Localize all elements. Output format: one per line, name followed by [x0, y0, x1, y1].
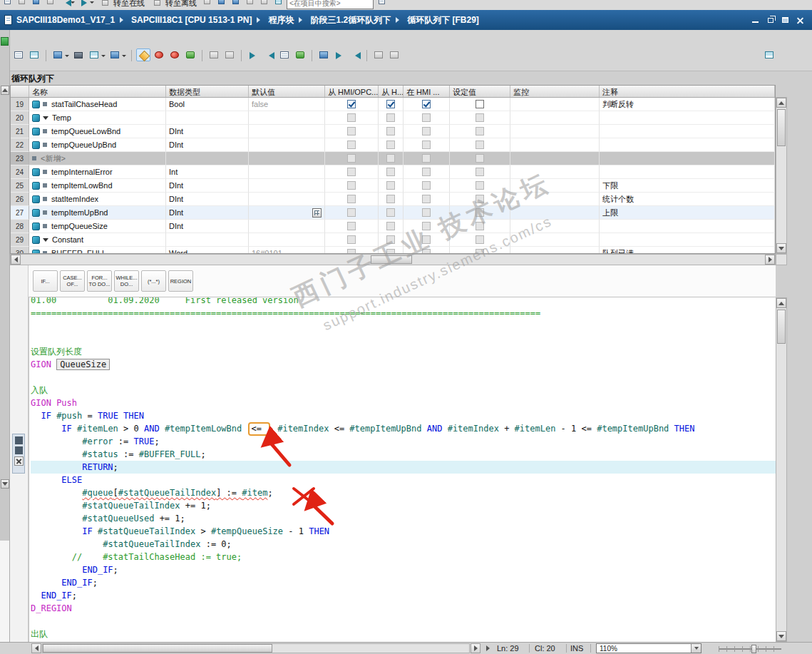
- maximize-button[interactable]: [779, 15, 791, 26]
- checkbox-cell[interactable]: [450, 165, 510, 179]
- table-row[interactable]: 30BUFFER_FULLWord16#0101队列已满: [11, 247, 775, 254]
- comment-cell[interactable]: [600, 138, 775, 152]
- default-value-cell[interactable]: 16#0101: [249, 247, 325, 254]
- scroll-down-button[interactable]: [776, 243, 786, 253]
- cross-references-icon[interactable]: [272, 0, 284, 7]
- copy-snapshot-icon[interactable]: [87, 48, 101, 61]
- new-project-icon[interactable]: [1, 0, 14, 7]
- default-value-cell[interactable]: [249, 111, 325, 125]
- checkbox-cell[interactable]: [379, 247, 404, 254]
- code-line[interactable]: #statQueueTailIndex += 1;: [31, 499, 776, 512]
- checkbox-cell[interactable]: [450, 152, 510, 165]
- checkbox-cell[interactable]: [325, 206, 379, 220]
- scroll-thumb[interactable]: [371, 255, 412, 264]
- restore-button[interactable]: [764, 15, 776, 26]
- name-cell[interactable]: tempItemUpBnd: [29, 206, 166, 220]
- comment-cell[interactable]: 判断反转: [600, 98, 775, 111]
- default-value-cell[interactable]: false: [249, 98, 325, 111]
- code-line[interactable]: IF #itemLen > 0 AND #tempItemLowBnd <= #…: [31, 422, 776, 435]
- checkbox-cell[interactable]: [450, 193, 510, 206]
- table-row[interactable]: 29Constant: [11, 233, 775, 247]
- table-row[interactable]: 23<新增>: [11, 152, 775, 165]
- checkbox-cell[interactable]: [450, 138, 510, 152]
- comment-cell[interactable]: [600, 165, 775, 179]
- monitor-all-icon[interactable]: [371, 48, 386, 61]
- checkbox[interactable]: [422, 100, 431, 108]
- data-type-cell[interactable]: DInt: [166, 138, 249, 152]
- checkbox-cell[interactable]: [450, 220, 510, 233]
- data-type-cell[interactable]: [166, 111, 249, 125]
- data-type-cell[interactable]: Int: [166, 165, 249, 179]
- table-vertical-scrollbar[interactable]: [776, 97, 787, 254]
- checkbox-cell[interactable]: [325, 138, 379, 152]
- checkbox-cell[interactable]: [404, 152, 450, 165]
- table-row[interactable]: 24tempInternalErrorInt: [11, 165, 775, 179]
- checkbox-cell[interactable]: [450, 206, 510, 220]
- collapsed-panel-tab[interactable]: [12, 434, 25, 474]
- checkbox-cell[interactable]: [450, 98, 510, 111]
- breadcrumb-item[interactable]: 阶段三1.2循环队列下: [310, 14, 391, 26]
- code-editor[interactable]: 01.00 01.09.2020 First released version=…: [29, 297, 776, 642]
- checkbox-cell[interactable]: [404, 220, 450, 233]
- dropdown-caret-icon[interactable]: [101, 55, 106, 59]
- default-value-cell[interactable]: [249, 179, 325, 193]
- name-cell[interactable]: <新增>: [29, 152, 166, 165]
- code-scroll-right-button[interactable]: [471, 643, 480, 653]
- default-value-cell[interactable]: [249, 233, 325, 247]
- snippet-tab[interactable]: IF...: [33, 270, 58, 292]
- reset-start-values-icon[interactable]: [51, 48, 65, 61]
- snippet-tab[interactable]: WHILE...DO...: [114, 270, 139, 292]
- data-type-cell[interactable]: DInt: [166, 220, 249, 233]
- checkbox[interactable]: [347, 100, 356, 108]
- project-search-input[interactable]: [287, 0, 374, 9]
- comment-cell[interactable]: 上限: [600, 206, 775, 220]
- rail-scroll-up-button[interactable]: [1, 86, 9, 95]
- checkbox-cell[interactable]: [379, 138, 404, 152]
- checkbox-cell[interactable]: [404, 179, 450, 193]
- open-multivalue-button[interactable]: [312, 208, 322, 218]
- settings-icon[interactable]: [387, 48, 401, 61]
- column-header[interactable]: 默认值: [249, 86, 325, 97]
- name-cell[interactable]: tempInternalError: [29, 165, 166, 179]
- previous-bookmark-icon[interactable]: [348, 48, 362, 61]
- code-line[interactable]: ELSE: [31, 474, 776, 486]
- column-header[interactable]: 在 HMI ...: [404, 86, 450, 97]
- code-line[interactable]: [31, 332, 776, 345]
- code-line[interactable]: #error := TRUE;: [31, 435, 776, 448]
- code-line[interactable]: #statQueueUsed += 1;: [31, 512, 776, 525]
- redo-icon[interactable]: [78, 0, 90, 7]
- default-value-cell[interactable]: [249, 193, 325, 206]
- checkbox-cell[interactable]: [379, 233, 404, 247]
- column-header[interactable]: 设定值: [450, 86, 510, 97]
- checkbox-cell[interactable]: [379, 206, 404, 220]
- name-cell[interactable]: tempQueueLowBnd: [29, 125, 166, 138]
- dropdown-caret-icon[interactable]: [65, 55, 69, 59]
- zoom-slider-thumb[interactable]: [751, 645, 756, 653]
- code-line[interactable]: D_REGION: [31, 602, 776, 615]
- window-layout-icon[interactable]: [762, 48, 776, 61]
- column-header[interactable]: 注释: [600, 86, 775, 97]
- code-line[interactable]: #queue[#statQueueTailIndex] := #item;: [31, 486, 776, 499]
- next-bookmark-icon[interactable]: [332, 48, 346, 61]
- code-line[interactable]: END_IF;: [31, 589, 776, 602]
- data-type-cell[interactable]: DInt: [166, 125, 249, 138]
- comment-cell[interactable]: [600, 233, 775, 247]
- close-icon[interactable]: [14, 456, 24, 466]
- data-type-cell[interactable]: DInt: [166, 206, 249, 220]
- compile-icon[interactable]: [201, 0, 213, 7]
- table-row[interactable]: 28tempQueueSizeDInt: [11, 220, 775, 233]
- checkbox-cell[interactable]: [379, 220, 404, 233]
- default-value-cell[interactable]: [249, 152, 325, 165]
- upload-from-device-icon[interactable]: [230, 0, 242, 7]
- insert-region-icon[interactable]: [183, 48, 197, 61]
- table-row[interactable]: 25tempItemLowBndDInt下限: [11, 179, 775, 193]
- breadcrumb-item[interactable]: SAPCIII18Demo1_V17_1: [16, 15, 115, 25]
- code-line[interactable]: 01.00 01.09.2020 First released version: [31, 297, 776, 307]
- scroll-thumb[interactable]: [43, 644, 272, 653]
- checkbox-cell[interactable]: [404, 98, 450, 111]
- project-library-icon[interactable]: [376, 0, 388, 7]
- comment-cell[interactable]: 统计个数: [600, 193, 775, 206]
- code-line[interactable]: IF #push = TRUE THEN: [31, 409, 776, 422]
- column-header[interactable]: 监控: [510, 86, 600, 97]
- initialize-setpoints-icon[interactable]: [108, 48, 122, 61]
